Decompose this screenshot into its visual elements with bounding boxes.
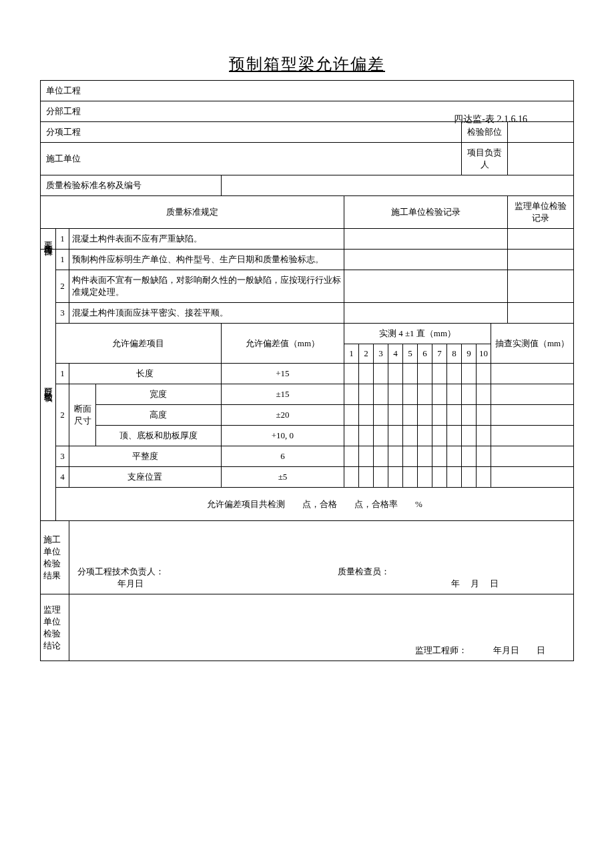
label-construction-result: 施工单位检验结果 (41, 521, 69, 594)
m (477, 364, 491, 384)
date-ym: 年月日 (493, 645, 519, 655)
m (432, 446, 447, 467)
m (477, 467, 491, 488)
row-construction-unit: 施工单位 项目负责人 (41, 143, 574, 175)
m (432, 467, 447, 488)
gen-desc-2: 构件表面不宜有一般缺陷，对影响耐久性的一般缺陷，应按现行行业标准规定处理。 (69, 270, 344, 303)
label-spot-check: 抽查实测值（mm） (491, 324, 574, 364)
m (418, 384, 432, 405)
main-no-1: 1 (56, 229, 69, 250)
m (462, 364, 477, 384)
gen-rec-2 (344, 270, 508, 303)
label-item-project: 分项工程 (41, 122, 462, 143)
tol-val-5: 6 (221, 446, 344, 467)
m (418, 446, 432, 467)
m (388, 426, 403, 446)
m (418, 426, 432, 446)
m (359, 426, 374, 446)
label-unit-project: 单位工程 (41, 81, 574, 101)
label-standard-name: 质量检验标准名称及编号 (41, 175, 222, 196)
m (359, 405, 374, 426)
summary-mid1: 点，合格 (302, 499, 337, 509)
col-4: 4 (388, 344, 403, 364)
m (447, 426, 462, 446)
m (344, 405, 359, 426)
page-title: 预制箱型梁允许偏差 (40, 53, 574, 75)
m (462, 426, 477, 446)
m (403, 405, 418, 426)
gen-sup-3 (508, 303, 574, 324)
summary-mid2: 点，合格率 (354, 499, 398, 509)
m (418, 467, 432, 488)
label-construction-record: 施工单位检验记录 (344, 196, 508, 229)
row-gen-text-2: 2 构件表面不宜有一般缺陷，对影响耐久性的一般缺陷，应按现行行业标准规定处理。 (41, 270, 574, 303)
tol-no-5: 3 (56, 446, 69, 467)
row-gen-text-1: 般目一检验项 1 预制构件应标明生产单位、构件型号、生产日期和质量检验标志。 (41, 250, 574, 270)
m (477, 405, 491, 426)
label-supervision-record: 监理单位检验记录 (508, 196, 574, 229)
label-quality-inspector: 质量检查员： (338, 566, 390, 578)
m (344, 467, 359, 488)
m (374, 426, 388, 446)
gen-no-3: 3 (56, 303, 69, 324)
col-5: 5 (403, 344, 418, 364)
m (462, 446, 477, 467)
m (477, 426, 491, 446)
m (477, 384, 491, 405)
label-tech-leader: 分项工程技术负责人： (77, 566, 164, 578)
spot-5 (491, 446, 574, 467)
tol-row-5: 3 平整度 6 (41, 446, 574, 467)
tol-val-6: ±5 (221, 467, 344, 488)
gen-sup-1 (508, 250, 574, 270)
m (447, 364, 462, 384)
row-supervision-conclusion: 监理单位检验结论 监理工程师： 年月日 日 (41, 594, 574, 661)
m (447, 405, 462, 426)
row-gen-text-3: 3 混凝土构件顶面应抹平密实、接茬平顺。 (41, 303, 574, 324)
m (477, 446, 491, 467)
tol-row-6: 4 支座位置 ±5 (41, 467, 574, 488)
tol-row-3: 高度 ±20 (41, 405, 574, 426)
main-sup-1 (508, 229, 574, 250)
date-day-2: 日 (537, 645, 545, 655)
m (432, 426, 447, 446)
col-7: 7 (432, 344, 447, 364)
date-day: 日 (490, 578, 499, 588)
label-tolerance-item: 允许偏差项目 (56, 324, 222, 364)
gen-rec-3 (344, 303, 508, 324)
label-supervision-conclusion: 监理单位检验结论 (41, 594, 69, 661)
m (403, 467, 418, 488)
spot-3 (491, 405, 574, 426)
gen-no-2: 2 (56, 270, 69, 303)
m (344, 446, 359, 467)
m (432, 364, 447, 384)
m (359, 364, 374, 384)
tol-no-2: 2 (56, 384, 69, 446)
label-measured-header: 实测 4 ±1 直（mm） (344, 324, 491, 344)
tol-name-1: 长度 (69, 364, 222, 384)
m (374, 405, 388, 426)
gen-no-1: 1 (56, 250, 69, 270)
construction-result-body: 分项工程技术负责人： 质量检查员： 年月日 年 月 日 (69, 521, 574, 594)
tol-name-3: 高度 (96, 405, 222, 426)
main-desc-1: 混凝土构件表面不应有严重缺陷。 (69, 229, 344, 250)
spot-6 (491, 467, 574, 488)
m (388, 384, 403, 405)
label-construction-unit: 施工单位 (41, 143, 462, 175)
gen-rec-1 (344, 250, 508, 270)
spot-2 (491, 384, 574, 405)
m (374, 384, 388, 405)
tol-name-2: 宽度 (96, 384, 222, 405)
m (344, 364, 359, 384)
m (432, 384, 447, 405)
label-main-section: 要主检控项目 (41, 229, 56, 250)
m (462, 467, 477, 488)
summary-prefix: 允许偏差项目共检测 (207, 499, 285, 509)
m (418, 364, 432, 384)
supervision-conclusion-body: 监理工程师： 年月日 日 (69, 594, 574, 661)
value-project-leader (508, 143, 574, 175)
gen-desc-1: 预制构件应标明生产单位、构件型号、生产日期和质量检验标志。 (69, 250, 344, 270)
tol-name-5: 平整度 (69, 446, 222, 467)
m (447, 467, 462, 488)
m (344, 384, 359, 405)
date-ymd-1: 年月日 (77, 578, 143, 590)
